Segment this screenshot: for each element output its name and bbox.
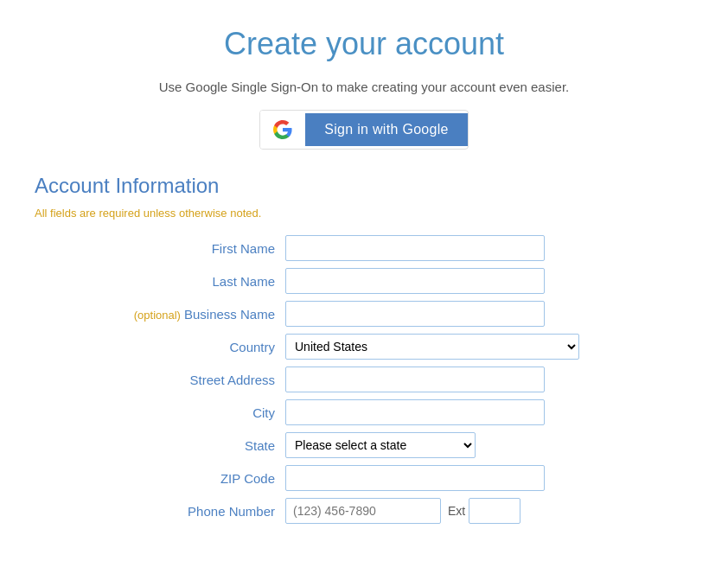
state-select[interactable]: Please select a state Alabama Alaska Ari… (285, 432, 476, 458)
sign-in-google-label: Sign in with Google (305, 113, 468, 146)
phone-number-input[interactable] (285, 498, 441, 524)
country-select[interactable]: United States Canada United Kingdom Aust… (285, 334, 579, 360)
country-row: Country United States Canada United King… (35, 334, 693, 360)
account-info-section: Account Information All fields are requi… (35, 174, 693, 524)
ext-label: Ext (448, 504, 465, 518)
required-note-highlight: unless otherwise noted (144, 207, 259, 220)
city-input[interactable] (285, 399, 545, 425)
phone-number-row: Phone Number Ext (35, 498, 693, 524)
first-name-label: First Name (35, 241, 285, 256)
first-name-input[interactable] (285, 235, 545, 261)
sign-in-google-button[interactable]: Sign in with Google (259, 110, 469, 150)
account-info-title: Account Information (35, 174, 693, 198)
business-name-label: (optional)Business Name (35, 307, 285, 322)
street-address-input[interactable] (285, 367, 545, 392)
street-address-label: Street Address (35, 373, 285, 387)
business-name-input[interactable] (285, 301, 545, 327)
phone-number-label: Phone Number (35, 504, 285, 519)
zip-code-row: ZIP Code (35, 465, 693, 491)
sso-section: Use Google Single Sign-On to make creati… (35, 80, 693, 150)
phone-inputs-group: Ext (285, 498, 520, 524)
optional-tag: (optional) (134, 309, 181, 322)
required-note-suffix: . (259, 207, 262, 220)
last-name-row: Last Name (35, 268, 693, 294)
google-icon-box (260, 111, 305, 149)
zip-code-input[interactable] (285, 465, 545, 491)
zip-code-label: ZIP Code (35, 471, 285, 486)
last-name-label: Last Name (35, 274, 285, 289)
required-note-prefix: All fields are required (35, 207, 144, 220)
state-row: State Please select a state Alabama Alas… (35, 432, 693, 458)
page-title: Create your account (35, 17, 693, 62)
city-row: City (35, 399, 693, 425)
country-label: Country (35, 340, 285, 354)
required-note: All fields are required unless otherwise… (35, 207, 693, 220)
ext-input[interactable] (469, 498, 520, 524)
state-label: State (35, 438, 285, 453)
sso-description: Use Google Single Sign-On to make creati… (35, 80, 693, 94)
city-label: City (35, 405, 285, 420)
last-name-input[interactable] (285, 268, 545, 294)
street-address-row: Street Address (35, 367, 693, 392)
business-name-row: (optional)Business Name (35, 301, 693, 327)
google-g-icon (272, 119, 293, 140)
first-name-row: First Name (35, 235, 693, 261)
